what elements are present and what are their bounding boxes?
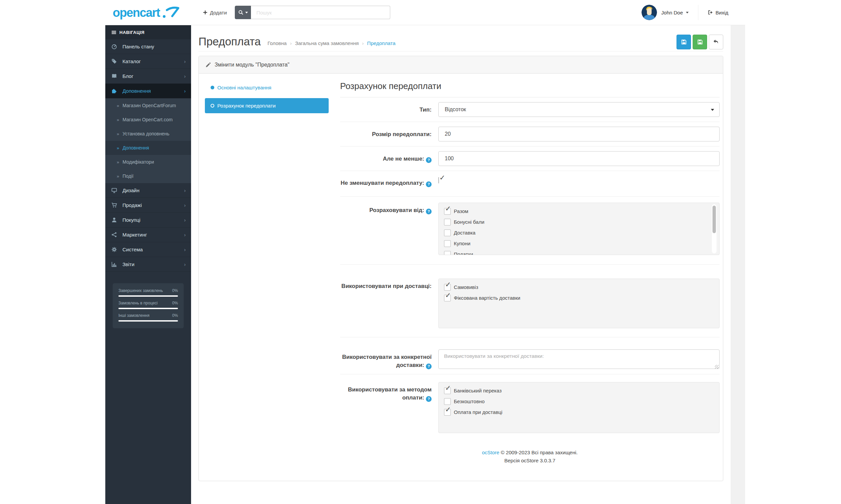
chevron-down-icon [711, 109, 714, 111]
copyright-text: © 2009-2023 Всі права захищені. [501, 450, 578, 455]
ocstore-link[interactable]: ocStore [482, 450, 500, 455]
page-scrollbar[interactable] [731, 25, 745, 504]
logout-button[interactable]: Вихід [698, 5, 728, 20]
option-checkbox[interactable]: ✓ [444, 219, 451, 226]
list-item: ✓ Самовивіз [444, 283, 714, 294]
resize-grip-icon[interactable] [715, 365, 719, 368]
option-checkbox[interactable]: ✓ [444, 208, 451, 215]
option-checkbox[interactable]: ✓ [444, 284, 451, 291]
list-scrollbar[interactable] [712, 204, 717, 253]
submenu-item-label: Установка доповнень [122, 131, 169, 137]
hamburger-icon [111, 30, 116, 35]
shipping-options-box: ✓ Самовивіз ✓ Фіксована вартість доставк… [438, 278, 720, 328]
panel-heading: Змінити модуль "Предоплата" [199, 56, 723, 74]
no-decrease-checkbox[interactable]: ✓ [438, 177, 439, 183]
scrollbar-thumb[interactable] [713, 205, 716, 233]
submenu-item-events[interactable]: » Події [105, 169, 191, 183]
monitor-icon [111, 187, 119, 193]
search-button[interactable] [235, 6, 251, 19]
minimum-input[interactable] [438, 151, 720, 166]
user-area: John Doe Вихід [641, 5, 745, 20]
stat-row: Замовлень в процесі 0% [118, 301, 178, 305]
cart-icon [111, 202, 119, 208]
sidebar-item-label: Блог [122, 73, 133, 79]
submenu-item-installer[interactable]: » Установка доповнень [105, 127, 191, 141]
sidebar-item-design[interactable]: Дизайн › [105, 183, 191, 198]
help-icon[interactable]: ? [426, 181, 432, 187]
nav-header-label: НАВІГАЦІЯ [119, 30, 145, 35]
chevron-down-icon[interactable] [686, 12, 689, 14]
sidebar-item-label: Продажі [122, 202, 142, 208]
option-checkbox[interactable]: ✓ [444, 230, 451, 236]
submenu-item-extensions[interactable]: » Доповнення [105, 141, 191, 155]
list-item: ✓ Купони [444, 239, 708, 250]
option-checkbox[interactable]: ✓ [444, 251, 451, 255]
help-icon[interactable]: ? [426, 209, 432, 214]
list-item: ✓ Податки [444, 250, 708, 255]
help-icon[interactable]: ? [426, 157, 432, 163]
avatar[interactable] [641, 5, 657, 20]
submenu-item-label: Модифікатори [122, 159, 154, 165]
user-menu[interactable]: John Doe [662, 10, 683, 16]
tab-prepayment-calculation[interactable]: Розрахунок передоплати [205, 98, 329, 113]
save-and-stay-button[interactable] [693, 35, 707, 49]
submenu-item-opencartforum-store[interactable]: » Магазин OpenCartForum [105, 98, 191, 112]
double-chevron-icon: » [117, 145, 119, 150]
tab-label: Розрахунок передоплати [217, 103, 276, 109]
option-checkbox[interactable]: ✓ [444, 295, 451, 301]
opencart-logo[interactable]: opencart [105, 6, 198, 19]
stat-row: Інші замовлення 0% [118, 313, 178, 318]
list-item: ✓ Оплата при доставці [444, 408, 714, 419]
search-input[interactable] [251, 6, 390, 19]
sidebar-item-label: Доповнення [122, 88, 151, 94]
submenu-item-opencart-store[interactable]: » Магазин OpenCart.com [105, 112, 191, 127]
field-label: Використовувати при доставці: [340, 278, 438, 328]
double-chevron-icon: » [117, 174, 119, 179]
sidebar-item-system[interactable]: Система › [105, 242, 191, 257]
sidebar-item-sales[interactable]: Продажі › [105, 198, 191, 213]
breadcrumb-home[interactable]: Головна [268, 40, 287, 46]
panel-body: Основні налаштування Розрахунок передопл… [199, 74, 723, 471]
stat-label: Замовлень в процесі [118, 301, 157, 305]
option-checkbox[interactable]: ✓ [444, 240, 451, 247]
sidebar-nav-header[interactable]: НАВІГАЦІЯ [105, 25, 191, 39]
type-select[interactable]: Відсоток [438, 102, 720, 117]
check-icon: ✓ [445, 281, 451, 288]
sidebar-item-dashboard[interactable]: Панель стану [105, 39, 191, 54]
chevron-right-icon: › [184, 247, 186, 252]
prepayment-size-input[interactable] [438, 127, 720, 142]
sidebar-item-reports[interactable]: Звіти › [105, 257, 191, 272]
sidebar-item-extensions[interactable]: Доповнення › [105, 84, 191, 98]
sidebar-item-marketing[interactable]: Маркетинг › [105, 228, 191, 242]
list-item: ✓ Бонусні бали [444, 218, 708, 229]
opencart-admin: opencart Додати [0, 0, 841, 504]
sidebar-item-customers[interactable]: Покупці › [105, 213, 191, 228]
stat-row: Завершених замовлень 0% [118, 288, 178, 293]
option-checkbox[interactable]: ✓ [444, 398, 451, 405]
option-checkbox[interactable]: ✓ [444, 388, 451, 394]
specific-shipping-textarea[interactable] [438, 349, 720, 369]
breadcrumb-separator: › [290, 40, 292, 46]
breadcrumb-current: Предоплата [367, 40, 395, 46]
tab-general-settings[interactable]: Основні налаштування [205, 80, 329, 95]
sidebar-item-label: Каталог [122, 58, 141, 64]
submenu-item-modifications[interactable]: » Модифікатори [105, 155, 191, 169]
stat-value: 0% [172, 301, 178, 305]
field-label: Використовувати за конкретної доставки:? [340, 349, 438, 370]
sidebar-item-catalog[interactable]: Каталог › [105, 54, 191, 69]
help-icon[interactable]: ? [426, 363, 432, 369]
option-checkbox[interactable]: ✓ [444, 409, 451, 416]
add-button[interactable]: Додати [203, 10, 227, 16]
prepayment-form: Розрахунок передоплати Тип: Відсоток Роз… [340, 80, 720, 465]
breadcrumb-order-total[interactable]: Загальна сума замовлення [295, 40, 359, 46]
save-button[interactable] [676, 35, 691, 49]
page-header: Предоплата Головна › Загальна сума замов… [199, 25, 723, 51]
back-button[interactable] [709, 35, 723, 49]
field-label: Використовувати за методом оплати:? [340, 382, 438, 433]
breadcrumb: Головна › Загальна сума замовлення › Пре… [268, 37, 395, 46]
form-group-specific-shipping: Використовувати за конкретної доставки:? [340, 337, 720, 374]
progress-bar [118, 320, 178, 322]
help-icon[interactable]: ? [426, 396, 432, 402]
payment-options-box: ✓ Банківський переказ ✓ Безкоштовно ✓ Оп… [438, 382, 720, 433]
sidebar-item-blog[interactable]: Блог › [105, 69, 191, 84]
